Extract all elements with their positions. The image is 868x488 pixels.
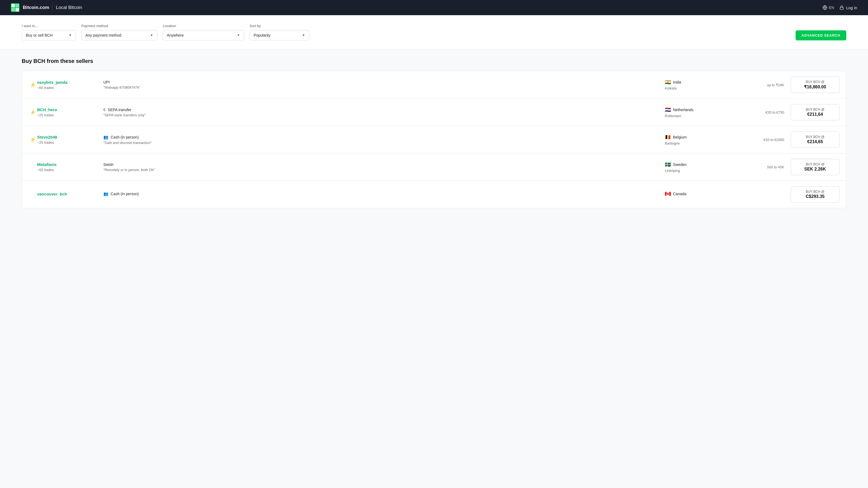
seller-trades: ~25 trades (37, 140, 97, 144)
payment-value: Any payment method (86, 33, 121, 37)
seller-row[interactable]: Metallaxis ~50 trades Swish "Remotely or… (22, 154, 846, 181)
login-button[interactable]: Log in (839, 5, 857, 10)
payment-method-icon: € (103, 107, 105, 112)
sort-value: Popularity (254, 33, 271, 37)
seller-bolt-indicator: ⚡ (29, 82, 37, 88)
seller-name[interactable]: BCH_hero (37, 107, 97, 112)
payment-method-icon: 👥 (103, 191, 108, 196)
buy-button[interactable]: BUY BCH @ €214,65 (791, 131, 839, 148)
buy-button-label: BUY BCH @ (795, 135, 835, 139)
svg-rect-2 (16, 4, 19, 7)
country-flag-icon: 🇳🇱 (665, 107, 671, 113)
seller-name[interactable]: easybits_jamda (37, 80, 97, 85)
payment-method: 👥 Cash (in person) (103, 191, 654, 196)
location-country: 🇮🇳 India (665, 79, 732, 85)
filter-row: I want to... Buy or sell BCH ▼ Payment m… (22, 24, 846, 40)
buy-button[interactable]: BUY BCH @ C$293.35 (791, 186, 839, 202)
location-info: 🇳🇱 Netherlands Rotterdam (660, 107, 737, 118)
header-right: EN Log in (823, 5, 857, 10)
location-info: 🇮🇳 India Kolkata (660, 79, 737, 90)
country-flag-icon: 🇧🇪 (665, 134, 671, 140)
payment-method-text: Cash (in person) (111, 135, 139, 139)
seller-info: vancouver_bch (37, 192, 97, 197)
payment-select[interactable]: Any payment method ▼ (82, 30, 157, 40)
payment-note: "Remotely or in person, both OK" (103, 168, 654, 172)
advanced-search-button[interactable]: ADVANCED SEARCH (796, 30, 846, 40)
location-city: Linköping (665, 169, 732, 173)
location-info: 🇧🇪 Belgium Bastogne (660, 134, 737, 145)
seller-row[interactable]: ⚡ BCH_hero ~25 trades € SEPA transfer "S… (22, 99, 846, 126)
seller-info: Metallaxis ~50 trades (37, 162, 97, 172)
want-label: I want to... (22, 24, 76, 28)
seller-trades: ~50 trades (37, 168, 97, 172)
location-select[interactable]: Anywhere ▼ (163, 30, 244, 40)
country-name: India (673, 80, 681, 84)
limit-text: €10 to €2000 (764, 138, 784, 142)
payment-info: 👥 Cash (in person) "Safe and discreet tr… (97, 135, 660, 145)
country-name: Sweden (673, 162, 687, 167)
seller-row[interactable]: ⚡ Steve2048 ~25 trades 👥 Cash (in person… (22, 126, 846, 154)
search-section: I want to... Buy or sell BCH ▼ Payment m… (0, 15, 868, 50)
country-name: Canada (673, 192, 686, 196)
svg-rect-3 (11, 8, 15, 11)
location-value: Anywhere (167, 33, 184, 37)
language-selector[interactable]: EN (823, 5, 834, 10)
svg-rect-4 (16, 8, 19, 11)
country-name: Belgium (673, 135, 687, 139)
location-chevron-icon: ▼ (237, 33, 240, 37)
payment-method: UPI (103, 80, 654, 84)
country-flag-icon: 🇸🇪 (665, 162, 671, 167)
language-label: EN (829, 5, 834, 10)
main-content: Buy BCH from these sellers ⚡ easybits_ja… (0, 50, 868, 217)
want-value: Buy or sell BCH (26, 33, 53, 37)
payment-info: Swish "Remotely or in person, both OK" (97, 162, 660, 172)
limit-text: up to ₹18K (767, 83, 784, 87)
svg-rect-1 (11, 4, 15, 7)
want-select[interactable]: Buy or sell BCH ▼ (22, 30, 76, 40)
buy-button-label: BUY BCH @ (795, 80, 835, 84)
buy-button-label: BUY BCH @ (795, 108, 835, 111)
login-label: Log in (846, 5, 857, 10)
buy-button-label: BUY BCH @ (795, 190, 835, 194)
seller-name[interactable]: Steve2048 (37, 135, 97, 139)
location-city: Kolkata (665, 86, 732, 90)
limit-text: €20 to €750 (766, 110, 784, 115)
payment-method-text: SEPA transfer (108, 108, 131, 112)
buy-button[interactable]: BUY BCH @ €211,64 (791, 104, 839, 120)
buy-button[interactable]: BUY BCH @ SEK 2.26K (791, 159, 839, 175)
limit-info: €20 to €750 (737, 110, 791, 115)
buy-button-price: €214,65 (795, 139, 835, 144)
payment-info: 👥 Cash (in person) (97, 191, 660, 197)
seller-row[interactable]: vancouver_bch 👥 Cash (in person) 🇨🇦 Cana… (22, 181, 846, 208)
payment-filter-group: Payment method Any payment method ▼ (82, 24, 157, 40)
limit-text: 500 to 45K (767, 165, 784, 169)
location-info: 🇨🇦 Canada (660, 191, 737, 198)
want-filter-group: I want to... Buy or sell BCH ▼ (22, 24, 76, 40)
payment-note: "Watsapp 8709097474" (103, 86, 654, 90)
payment-method-text: Cash (in person) (111, 192, 139, 196)
payment-info: € SEPA transfer "SEPA bank transfers onl… (97, 107, 660, 117)
sort-select[interactable]: Popularity ▼ (250, 30, 309, 40)
lightning-icon: ⚡ (30, 82, 36, 88)
payment-method: 👥 Cash (in person) (103, 135, 654, 140)
lock-icon (839, 5, 844, 10)
seller-trades: ~60 trades (37, 86, 97, 90)
payment-method: € SEPA transfer (103, 107, 654, 112)
location-country: 🇨🇦 Canada (665, 191, 732, 197)
seller-info: easybits_jamda ~60 trades (37, 80, 97, 90)
location-city: Rotterdam (665, 114, 732, 118)
location-info: 🇸🇪 Sweden Linköping (660, 162, 737, 173)
location-country: 🇳🇱 Netherlands (665, 107, 732, 113)
payment-method-text: UPI (103, 80, 110, 84)
sort-chevron-icon: ▼ (302, 33, 305, 37)
payment-chevron-icon: ▼ (150, 33, 153, 37)
buy-button-price: C$293.35 (795, 194, 835, 199)
bitcoin-logo-icon (11, 3, 20, 12)
seller-name[interactable]: Metallaxis (37, 162, 97, 167)
header-divider (52, 4, 53, 11)
seller-info: BCH_hero ~25 trades (37, 107, 97, 117)
seller-row[interactable]: ⚡ easybits_jamda ~60 trades UPI "Watsapp… (22, 71, 846, 99)
location-country: 🇧🇪 Belgium (665, 134, 732, 140)
seller-name[interactable]: vancouver_bch (37, 192, 97, 196)
buy-button[interactable]: BUY BCH @ ₹16,860.00 (791, 76, 839, 93)
